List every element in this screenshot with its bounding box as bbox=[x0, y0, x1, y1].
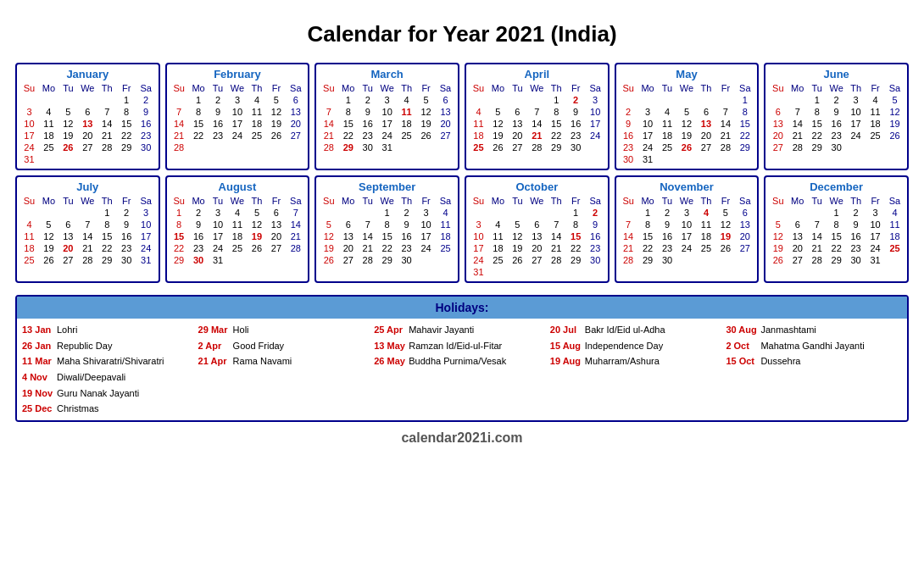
calendar-day: 23 bbox=[397, 242, 416, 254]
holiday-item: 2 AprGood Friday bbox=[198, 338, 375, 354]
calendar-day bbox=[715, 153, 735, 165]
holiday-item: 19 NovGuru Nanak Jayanti bbox=[22, 386, 198, 402]
calendar-day: 10 bbox=[228, 106, 248, 118]
holiday-name: Holi bbox=[233, 322, 249, 338]
calendar-day: 10 bbox=[416, 219, 436, 230]
calendar-day: 20 bbox=[286, 118, 305, 130]
calendar-day bbox=[58, 153, 78, 165]
calendar-day: 1 bbox=[735, 94, 754, 106]
calendar-day: 23 bbox=[619, 142, 638, 153]
calendar-day: 22 bbox=[547, 130, 566, 142]
calendar-day: 19 bbox=[416, 118, 436, 130]
calendar-day: 11 bbox=[696, 219, 715, 230]
calendar-day bbox=[768, 207, 788, 219]
holiday-name: Maha Shivaratri/Shivaratri bbox=[57, 353, 164, 369]
calendar-day bbox=[677, 94, 697, 106]
calendar-day: 15 bbox=[117, 118, 136, 130]
calendar-day: 17 bbox=[469, 242, 488, 254]
calendar-day: 28 bbox=[807, 254, 827, 266]
month-block-february: FebruarySuMoTuWeThFrSa123456789101112131… bbox=[165, 63, 310, 170]
calendar-day: 18 bbox=[228, 230, 248, 242]
calendar-day: 19 bbox=[508, 242, 527, 254]
calendar-day bbox=[228, 142, 248, 153]
calendar-day bbox=[788, 207, 807, 219]
calendar-day: 15 bbox=[97, 230, 117, 242]
day-header: We bbox=[228, 82, 248, 94]
calendar-day: 19 bbox=[266, 118, 286, 130]
calendar-day: 24 bbox=[377, 130, 397, 142]
calendar-day: 16 bbox=[397, 230, 416, 242]
calendar-day: 25 bbox=[228, 242, 248, 254]
calendar-day: 15 bbox=[566, 230, 586, 242]
calendar-day: 28 bbox=[319, 142, 338, 153]
day-header: We bbox=[527, 82, 547, 94]
calendar-day bbox=[488, 94, 508, 106]
calendar-day: 3 bbox=[136, 207, 156, 219]
calendar-day: 8 bbox=[117, 106, 136, 118]
calendar-day: 13 bbox=[266, 219, 286, 230]
calendar-day: 7 bbox=[547, 219, 566, 230]
calendar-day: 17 bbox=[638, 130, 658, 142]
day-header: We bbox=[78, 82, 97, 94]
calendar-day: 14 bbox=[319, 118, 338, 130]
calendar-day bbox=[78, 94, 97, 106]
calendar-day: 14 bbox=[358, 230, 377, 242]
calendar-day: 10 bbox=[677, 219, 697, 230]
calendar-day: 9 bbox=[209, 106, 228, 118]
calendar-day: 6 bbox=[286, 94, 305, 106]
calendar-day: 2 bbox=[136, 94, 156, 106]
calendar-day: 16 bbox=[136, 118, 156, 130]
calendar-day: 3 bbox=[866, 207, 885, 219]
calendar-day bbox=[397, 142, 416, 153]
holiday-date: 20 Jul bbox=[550, 322, 582, 338]
calendar-day: 10 bbox=[586, 106, 605, 118]
calendar-day: 4 bbox=[397, 94, 416, 106]
calendar-day: 4 bbox=[488, 219, 508, 230]
holiday-date: 29 Mar bbox=[198, 322, 231, 338]
calendar-day: 8 bbox=[735, 106, 754, 118]
calendar-day: 22 bbox=[377, 242, 397, 254]
calendar-day: 31 bbox=[469, 266, 488, 278]
calendar-day: 18 bbox=[436, 230, 455, 242]
calendar-day: 29 bbox=[827, 254, 846, 266]
calendar-day: 11 bbox=[228, 219, 248, 230]
calendar-day: 3 bbox=[228, 94, 248, 106]
calendar-day bbox=[735, 254, 754, 266]
calendar-day: 20 bbox=[788, 242, 807, 254]
day-header: Su bbox=[170, 82, 189, 94]
calendar-day bbox=[527, 94, 547, 106]
day-header: Sa bbox=[286, 82, 305, 94]
calendar-day: 19 bbox=[247, 230, 266, 242]
calendar-day: 24 bbox=[228, 130, 248, 142]
month-title: September bbox=[319, 180, 455, 193]
calendar-day: 24 bbox=[469, 254, 488, 266]
calendar-day: 1 bbox=[170, 207, 189, 219]
calendar-day: 23 bbox=[846, 242, 866, 254]
month-block-december: DecemberSuMoTuWeThFrSa123456789101112131… bbox=[764, 175, 909, 283]
holiday-name: Janmashtami bbox=[760, 322, 815, 338]
calendar-day: 4 bbox=[866, 94, 885, 106]
calendar-day: 15 bbox=[735, 118, 754, 130]
holiday-column: 29 MarHoli2 AprGood Friday21 AprRama Nav… bbox=[198, 322, 375, 369]
holiday-column: 13 JanLohri26 JanRepublic Day11 MarMaha … bbox=[22, 322, 198, 369]
calendar-day: 30 bbox=[566, 142, 586, 153]
calendar-day: 1 bbox=[827, 207, 846, 219]
calendar-day: 22 bbox=[170, 242, 189, 254]
calendar-day: 25 bbox=[436, 242, 455, 254]
calendar-day: 3 bbox=[469, 219, 488, 230]
calendar-day: 13 bbox=[527, 230, 547, 242]
day-header: Tu bbox=[807, 195, 827, 207]
calendar-day bbox=[658, 94, 677, 106]
holiday-date: 21 Apr bbox=[198, 353, 231, 369]
day-header: Fr bbox=[117, 195, 136, 207]
holiday-date: 4 Nov bbox=[22, 369, 54, 386]
calendar-day bbox=[807, 207, 827, 219]
day-header: Su bbox=[619, 82, 638, 94]
day-header: Fr bbox=[416, 195, 436, 207]
calendar-day: 2 bbox=[566, 94, 586, 106]
calendar-day: 4 bbox=[696, 207, 715, 219]
calendar-day: 17 bbox=[677, 230, 697, 242]
calendar-day: 16 bbox=[619, 130, 638, 142]
calendar-day: 8 bbox=[338, 106, 358, 118]
month-table: SuMoTuWeThFrSa12345678910111213141516171… bbox=[19, 195, 156, 266]
